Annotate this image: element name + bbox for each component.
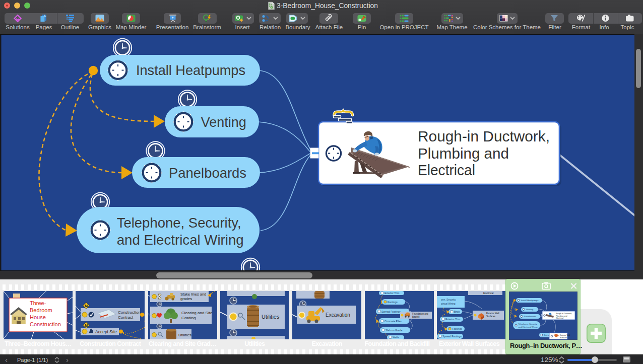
svg-text:M: M [85,324,88,327]
svg-text:Electrical: Electrical [418,162,475,178]
svg-text:Venting: Venting [201,114,246,130]
svg-text:Exterior Wall: Exterior Wall [486,312,499,315]
svg-text:Panelboards: Panelboards [524,315,537,318]
svg-text:Install Heatpumps: Install Heatpumps [136,62,245,78]
svg-text:Rough-in Ductwork,: Rough-in Ductwork, [556,313,572,315]
svg-text:Grading: Grading [181,316,196,320]
svg-text:Utilities: Utilities [178,333,191,337]
svg-text:Walls: Walls [393,336,399,339]
svg-text:Panelboards: Panelboards [169,165,246,181]
svg-text:ctrical Wiring: ctrical Wiring [441,302,456,305]
svg-text:Concrete Piles: Concrete Piles [384,320,402,323]
svg-text:Backfill: Backfill [412,316,420,318]
svg-text:Spread Footings: Spread Footings [381,310,401,313]
svg-text:Clearing and Site: Clearing and Site [181,311,213,315]
svg-text:Three-: Three- [30,300,46,306]
svg-text:Electrical: Electrical [556,317,563,319]
svg-text:Construction: Construction [30,321,61,327]
svg-text:Bedroom: Bedroom [30,307,52,313]
svg-text:Telephone, Security,: Telephone, Security, [519,323,538,325]
svg-text:Brick: Brick [454,310,460,313]
svg-text:Telephone, Security,: Telephone, Security, [117,215,241,231]
svg-text:and Electrical Wiring: and Electrical Wiring [117,232,244,248]
svg-text:Install Heatpumps: Install Heatpumps [521,299,539,302]
svg-text:Surfaces: Surfaces [560,337,567,339]
svg-text:Excavation: Excavation [326,312,350,318]
svg-text:Electrical: Electrical [483,292,493,295]
svg-text:Footings: Footings [452,327,462,330]
svg-text:and Electrical Wiring: and Electrical Wiring [519,326,538,328]
svg-text:Rough-in Ductwork,: Rough-in Ductwork, [418,128,550,144]
svg-text:Accept Site: Accept Site [95,329,117,334]
svg-text:Venting: Venting [526,308,534,311]
svg-text:Utilities: Utilities [262,314,280,320]
svg-text:grades: grades [180,297,192,301]
svg-text:Exterior Wall: Exterior Wall [560,334,570,336]
svg-text:House: House [30,314,46,320]
svg-text:Plumbing and: Plumbing and [418,145,509,162]
svg-text:one, Security,: one, Security, [441,298,456,301]
svg-text:Spread Footings: Spread Footings [442,335,462,338]
svg-text:Slab on Grade: Slab on Grade [385,329,403,332]
svg-text:Exterior Trim: Exterior Trim [445,318,460,321]
svg-text:Footings: Footings [388,301,398,304]
svg-text:Construction: Construction [118,310,141,315]
svg-text:Stake lines and: Stake lines and [180,292,206,297]
svg-text:Surfaces: Surfaces [486,315,496,318]
svg-text:Exterior Trim: Exterior Trim [384,292,399,295]
svg-text:Contract: Contract [118,315,134,320]
svg-text:Foundation and: Foundation and [412,313,428,315]
svg-text:M: M [85,304,88,308]
svg-text:Plumbing and: Plumbing and [556,315,567,317]
